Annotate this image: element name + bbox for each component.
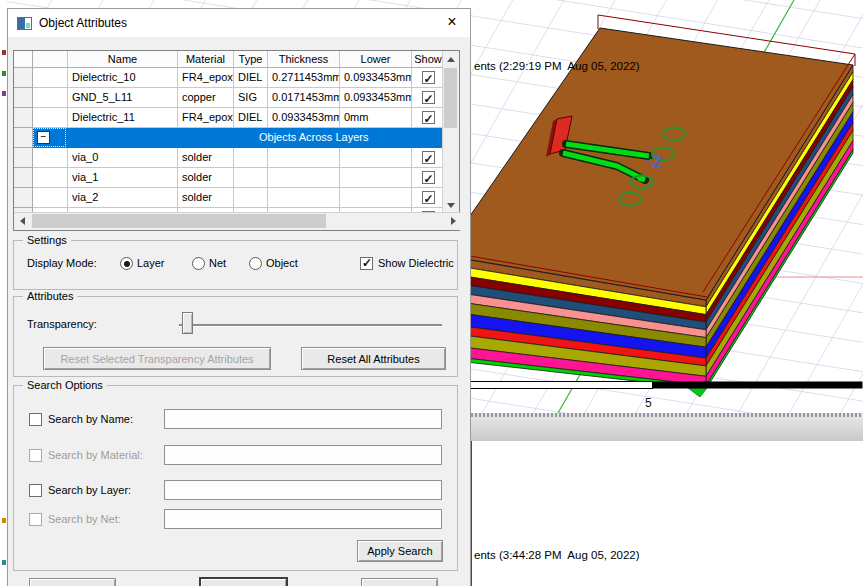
search-by-material-input	[164, 445, 442, 465]
apply-search-button[interactable]: Apply Search	[357, 540, 443, 562]
table-vertical-scrollbar[interactable]	[442, 51, 459, 213]
object-attributes-dialog: Object Attributes × Name Material Type T…	[7, 8, 471, 586]
attributes-group: Attributes Transparency: Reset Selected …	[13, 296, 458, 377]
background-window-sliver	[0, 0, 7, 586]
show-dielectric-label[interactable]: Show Dielectric	[378, 257, 454, 270]
app-root: { "window": { "title": "Object Attribute…	[0, 0, 863, 586]
transparency-slider-thumb[interactable]	[182, 312, 193, 334]
radio-layer[interactable]	[120, 257, 133, 270]
scroll-up-button[interactable]	[443, 51, 459, 67]
cell-type: SIG	[234, 88, 268, 108]
search-by-layer-input[interactable]	[164, 480, 442, 500]
show-checkbox[interactable]	[422, 171, 435, 184]
show-checkbox[interactable]	[422, 151, 435, 164]
table-row[interactable]: via_0 solder	[14, 148, 445, 168]
search-options-group: Search Options Search by Name: Search by…	[13, 385, 458, 571]
search-legend: Search Options	[23, 379, 107, 391]
z-axis-label: Z	[652, 153, 662, 172]
search-by-net-input	[164, 509, 442, 529]
scale-bar-black	[653, 382, 863, 389]
group-row-selected[interactable]: − Objects Across Layers	[33, 128, 445, 148]
search-by-layer-checkbox[interactable]	[29, 484, 42, 497]
dialog-titlebar[interactable]: Object Attributes ×	[8, 9, 470, 37]
scroll-down-button[interactable]	[443, 197, 459, 213]
cell-lower: 0mm	[340, 108, 412, 128]
dialog-title: Object Attributes	[39, 16, 127, 30]
table-horizontal-scrollbar[interactable]	[14, 212, 461, 230]
cell-material: solder	[178, 188, 234, 208]
header-name[interactable]: Name	[68, 51, 178, 68]
cell-name: GND_5_L11	[68, 88, 178, 108]
table-row[interactable]: Dielectric_11 FR4_epoxy DIEL 0.0933453mm…	[14, 108, 445, 128]
cell-name: via_2	[68, 188, 178, 208]
dialog-icon	[17, 17, 32, 30]
bottom-default-button-clipped[interactable]	[199, 577, 288, 586]
attributes-legend: Attributes	[23, 290, 77, 302]
header-type[interactable]: Type	[234, 51, 268, 68]
cell-name: via_0	[68, 148, 178, 168]
show-checkbox[interactable]	[422, 111, 435, 124]
radio-layer-label[interactable]: Layer	[137, 257, 165, 270]
layers-table: Name Material Type Thickness Lower Show …	[13, 50, 460, 231]
radio-object[interactable]	[249, 257, 262, 270]
settings-group: Settings Display Mode: Layer Net Object …	[13, 240, 458, 290]
tree-icon-sliver	[2, 71, 6, 76]
radio-net[interactable]	[192, 257, 205, 270]
search-by-name-input[interactable]	[164, 409, 442, 429]
show-checkbox[interactable]	[422, 71, 435, 84]
close-icon[interactable]: ×	[434, 9, 470, 37]
settings-legend: Settings	[23, 234, 71, 246]
bottom-button-clipped[interactable]	[361, 578, 438, 586]
cell-material: copper	[178, 88, 234, 108]
scale-bar-white	[471, 382, 653, 389]
cell-material: FR4_epoxy	[178, 108, 234, 128]
reset-all-button[interactable]: Reset All Attributes	[301, 347, 446, 370]
search-by-net-label: Search by Net:	[48, 513, 121, 526]
table-row[interactable]: Dielectric_10 FR4_epoxy DIEL 0.2711453mm…	[14, 68, 445, 88]
header-material[interactable]: Material	[178, 51, 234, 68]
table-row[interactable]: GND_5_L11 copper SIG 0.0171453mm 0.09334…	[14, 88, 445, 108]
header-expand	[33, 51, 68, 68]
header-thickness[interactable]: Thickness	[268, 51, 340, 68]
show-checkbox[interactable]	[422, 91, 435, 104]
transparency-slider-track[interactable]	[179, 324, 442, 327]
header-show[interactable]: Show	[412, 51, 445, 68]
message-line: ents (2:29:19 PM Aug 05, 2022)	[474, 60, 640, 72]
cell-type: DIEL	[234, 68, 268, 88]
group-row-label: Objects Across Layers	[259, 128, 368, 147]
table-row[interactable]: via_2 solder	[14, 188, 445, 208]
cell-material: FR4_epoxy	[178, 68, 234, 88]
cell-name: via_1	[68, 168, 178, 188]
cell-material: solder	[178, 168, 234, 188]
window-splitter[interactable]	[471, 413, 863, 441]
vscroll-thumb[interactable]	[444, 68, 457, 128]
radio-object-label[interactable]: Object	[266, 257, 298, 270]
collapse-expander-icon[interactable]: −	[37, 131, 50, 144]
table-header-row: Name Material Type Thickness Lower Show	[14, 51, 445, 68]
cell-lower: 0.0933453mm	[340, 88, 412, 108]
search-by-material-label: Search by Material:	[48, 449, 143, 462]
header-gutter	[14, 51, 33, 68]
header-lower[interactable]: Lower	[340, 51, 412, 68]
bottom-button-clipped[interactable]	[29, 578, 116, 586]
show-dielectric-checkbox[interactable]	[360, 257, 373, 270]
message-pane: ents (2:29:19 PM Aug 05, 2022) ents (3:4…	[471, 441, 863, 586]
show-checkbox[interactable]	[422, 191, 435, 204]
scroll-left-button[interactable]	[14, 213, 30, 229]
transparency-label: Transparency:	[27, 318, 97, 331]
scale-label: 5	[645, 396, 652, 410]
display-mode-label: Display Mode:	[27, 257, 97, 270]
search-by-name-label[interactable]: Search by Name:	[48, 413, 133, 426]
cell-thickness: 0.0933453mm	[268, 108, 340, 128]
table-row[interactable]: via_1 solder	[14, 168, 445, 188]
radio-net-label[interactable]: Net	[209, 257, 226, 270]
search-by-material-checkbox	[29, 449, 42, 462]
cell-type: DIEL	[234, 108, 268, 128]
cell-material: solder	[178, 148, 234, 168]
hscroll-thumb[interactable]	[32, 214, 326, 228]
search-by-layer-label[interactable]: Search by Layer:	[48, 484, 131, 497]
search-by-name-checkbox[interactable]	[29, 413, 42, 426]
cell-thickness: 0.2711453mm	[268, 68, 340, 88]
scroll-right-button[interactable]	[445, 213, 461, 229]
reset-selected-button: Reset Selected Transparency Attributes	[43, 347, 271, 370]
